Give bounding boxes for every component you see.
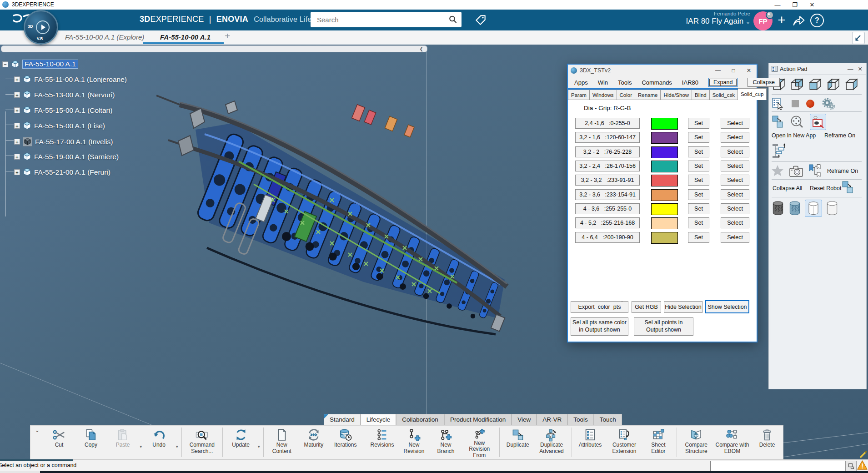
doc-tab-active[interactable]: FA-55-10-00 A.1 bbox=[160, 33, 211, 41]
render-plain-icon[interactable] bbox=[825, 201, 839, 216]
search-icon[interactable] bbox=[448, 15, 458, 25]
expand-expander-icon[interactable]: + bbox=[14, 92, 20, 98]
cut-button[interactable]: Cut bbox=[43, 426, 75, 459]
ribbon-tab-touch[interactable]: Touch bbox=[594, 414, 622, 425]
action-pad-header[interactable]: Action Pad — ✕ bbox=[769, 63, 866, 75]
tree-item-label[interactable]: FA-55-21-00 A.1 (Feruri) bbox=[34, 168, 110, 176]
collapse-all-label[interactable]: Collapse All bbox=[773, 185, 802, 191]
restore-button[interactable]: ❐ bbox=[787, 0, 803, 9]
gray-square-icon[interactable] bbox=[792, 100, 799, 107]
tree-row[interactable]: + FA-55-21-00 A.1 (Feruri) bbox=[14, 168, 110, 176]
iterations-button[interactable]: Iterations bbox=[330, 426, 361, 459]
tree-row[interactable]: + FA-55-19-00 A.1 (Sarniere) bbox=[14, 152, 119, 161]
ribbon-tab-view[interactable]: View bbox=[512, 414, 537, 425]
expand-button[interactable]: Expand bbox=[708, 78, 738, 87]
set-button[interactable]: Set bbox=[688, 203, 709, 214]
action-pad-minimize-icon[interactable]: — bbox=[848, 66, 853, 72]
ribbon-tab-collaboration[interactable]: Collaboration bbox=[396, 414, 444, 425]
ribbon-tab-lifecycle[interactable]: Lifecycle bbox=[361, 414, 396, 425]
duplicate-button[interactable]: Duplicate bbox=[502, 426, 534, 459]
new-revision-from-button[interactable]: New Revision From bbox=[462, 426, 497, 459]
command-search-button[interactable]: Command Search... bbox=[184, 426, 220, 459]
tree-root-label[interactable]: FA-55-10-00 A.1 bbox=[22, 60, 78, 69]
expand-expander-icon[interactable]: + bbox=[14, 154, 20, 160]
range-label-button[interactable]: 3,2 - 2,4 :26-170-156 bbox=[575, 161, 640, 171]
delete-button[interactable]: Delete bbox=[751, 426, 783, 459]
view-right-cube-icon[interactable] bbox=[843, 77, 858, 92]
hide-selection-button[interactable]: Hide Selection bbox=[664, 301, 702, 313]
render-dark-textured-icon[interactable] bbox=[771, 201, 785, 216]
tab-solid-cup[interactable]: Solid_cup bbox=[738, 88, 767, 100]
set-button[interactable]: Set bbox=[688, 175, 709, 186]
tree-row[interactable]: + FA-55-13-00 A.1 (Nervuri) bbox=[14, 91, 115, 99]
range-label-button[interactable]: 3,2 - 3,6 :233-154-91 bbox=[575, 189, 640, 200]
sel-all-same-color-button[interactable]: Sel all pts same color in Output shown bbox=[571, 317, 628, 336]
select-button[interactable]: Select bbox=[721, 232, 749, 243]
ribbon-tab-product-modification[interactable]: Product Modification bbox=[444, 414, 512, 425]
tab-solid-csk[interactable]: Solid_csk bbox=[710, 90, 738, 100]
menu-iar80[interactable]: IAR80 bbox=[682, 79, 698, 86]
new-branch-button[interactable]: New Branch bbox=[430, 426, 462, 459]
doc-tab-explore[interactable]: FA-55-10-00 A.1 (Explore) bbox=[65, 33, 144, 41]
set-button[interactable]: Set bbox=[688, 232, 709, 243]
tree-root-row[interactable]: − FA-55-10-00 A.1 bbox=[2, 60, 78, 69]
expand-expander-icon[interactable]: + bbox=[14, 169, 20, 175]
undo-button[interactable]: Undo bbox=[143, 426, 175, 459]
tree-item-label[interactable]: FA-55-13-00 A.1 (Nervuri) bbox=[34, 91, 115, 99]
user-block[interactable]: Fernando Petre IAR 80 Fly Again ⌄ bbox=[686, 11, 750, 26]
help-icon[interactable]: ? bbox=[810, 14, 824, 27]
workspace-selector[interactable]: IAR 80 Fly Again ⌄ bbox=[686, 17, 750, 26]
set-button[interactable]: Set bbox=[688, 217, 709, 228]
new-tab-button[interactable]: + bbox=[225, 30, 230, 41]
view-left-cube-icon[interactable] bbox=[825, 77, 840, 92]
view-front-cube-icon[interactable] bbox=[807, 77, 822, 92]
dialog-titlebar[interactable]: 3DX_TSTv2 — □ ✕ bbox=[568, 65, 757, 76]
ribbon-tab-tools[interactable]: Tools bbox=[567, 414, 594, 425]
3d-compass[interactable]: 3D V.R bbox=[24, 10, 58, 45]
compare-with-ebom-button[interactable]: Compare with EBOM bbox=[713, 426, 751, 459]
warning-icon[interactable] bbox=[857, 460, 868, 470]
minimize-button[interactable]: — bbox=[770, 0, 785, 9]
export-color-pts-button[interactable]: Export_color_pts bbox=[571, 301, 628, 313]
tst-dialog[interactable]: 3DX_TSTv2 — □ ✕ Apps Win Tools Commands … bbox=[567, 64, 758, 342]
range-label-button[interactable]: 4 - 3,6 :255-255-0 bbox=[575, 203, 640, 214]
select-button[interactable]: Select bbox=[721, 118, 749, 129]
compass-play-icon[interactable] bbox=[36, 20, 50, 34]
select-button[interactable]: Select bbox=[721, 217, 749, 228]
paste-button[interactable]: Paste bbox=[107, 426, 139, 459]
sel-all-points-button[interactable]: Sel all points in Output shown bbox=[634, 317, 693, 336]
dialog-minimize-icon[interactable]: — bbox=[710, 65, 726, 76]
new-revision-button[interactable]: New Revision bbox=[398, 426, 430, 459]
tab-windows[interactable]: Windows bbox=[590, 90, 617, 100]
range-label-button[interactable]: 3,2 - 2 :76-25-228 bbox=[575, 146, 640, 157]
copy-button[interactable]: Copy bbox=[75, 426, 107, 459]
menu-win[interactable]: Win bbox=[598, 79, 608, 86]
add-content-icon[interactable]: + bbox=[774, 11, 789, 29]
tree-item-label[interactable]: FA-55-11-00 A.1 (Lonjeroane) bbox=[34, 75, 127, 84]
3d-model[interactable] bbox=[136, 86, 527, 387]
menu-tools[interactable]: Tools bbox=[618, 79, 632, 86]
select-button[interactable]: Select bbox=[721, 146, 749, 157]
render-shaded-toggle[interactable] bbox=[805, 200, 822, 217]
ribbon-tab-standard[interactable]: Standard bbox=[324, 414, 361, 425]
range-label-button[interactable]: 3,2 - 3,2 :233-91-91 bbox=[575, 175, 640, 186]
command-line-input[interactable] bbox=[710, 461, 847, 471]
maturity-button[interactable]: Maturity bbox=[298, 426, 330, 459]
expand-expander-icon[interactable]: + bbox=[14, 76, 20, 82]
select-button[interactable]: Select bbox=[721, 189, 749, 200]
select-list-icon[interactable] bbox=[772, 97, 784, 110]
open-in-new-app-icon[interactable] bbox=[772, 115, 784, 129]
collapse-expander-icon[interactable]: − bbox=[2, 61, 8, 67]
tab-blind[interactable]: Blind bbox=[692, 90, 710, 100]
reframe-zoom-icon[interactable] bbox=[790, 115, 804, 129]
tree-structure-icon[interactable] bbox=[772, 142, 787, 160]
set-button[interactable]: Set bbox=[688, 189, 709, 200]
view-back-cube-icon[interactable] bbox=[789, 77, 804, 92]
command-options-button[interactable] bbox=[845, 461, 857, 471]
reframe-on-toggle[interactable] bbox=[810, 114, 826, 130]
share-icon[interactable] bbox=[792, 14, 806, 26]
set-button[interactable]: Set bbox=[688, 146, 709, 157]
range-label-button[interactable]: 3,2 - 1,6 :120-60-147 bbox=[575, 132, 640, 143]
set-button[interactable]: Set bbox=[688, 161, 709, 171]
set-button[interactable]: Set bbox=[688, 118, 709, 129]
